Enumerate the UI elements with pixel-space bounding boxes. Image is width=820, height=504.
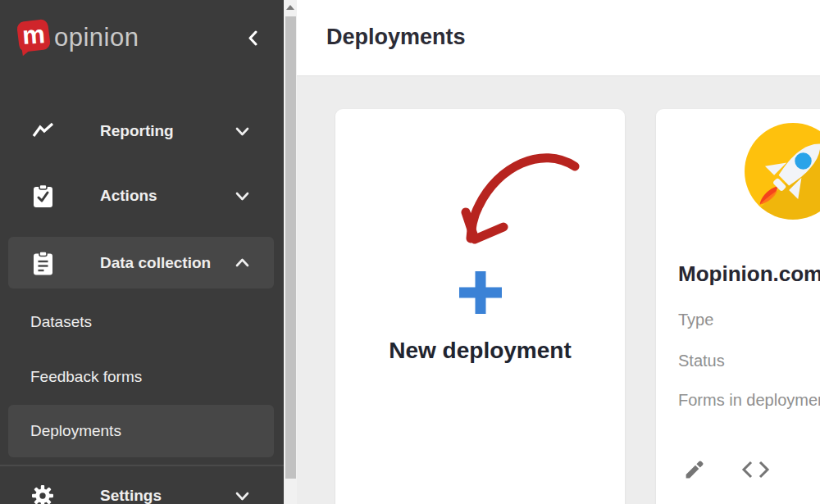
deployment-field-status: Status xyxy=(678,352,725,370)
embed-code-icon xyxy=(741,461,770,479)
logo-wordmark: opinion xyxy=(54,23,139,52)
mopinion-logo-icon: m xyxy=(16,19,52,57)
sidebar-item-label: Settings xyxy=(100,487,162,504)
scroll-up-button[interactable] xyxy=(284,0,297,14)
sidebar-item-feedback-forms[interactable]: Feedback forms xyxy=(0,361,284,393)
sidebar-item-datasets[interactable]: Datasets xyxy=(0,306,284,338)
rocket-icon xyxy=(745,123,820,220)
sidebar-item-label: Reporting xyxy=(100,122,174,140)
trend-line-icon xyxy=(31,122,54,140)
clipboard-list-icon xyxy=(31,251,54,275)
sidebar-collapse-button[interactable] xyxy=(248,30,257,46)
deployment-cards: New deployment xyxy=(335,109,820,504)
sidebar-item-actions[interactable]: Actions xyxy=(0,174,284,218)
new-deployment-card[interactable]: New deployment xyxy=(335,109,625,504)
chevron-up-icon xyxy=(235,258,249,267)
gear-icon xyxy=(31,485,54,504)
sidebar-item-label: Deployments xyxy=(30,422,121,440)
triangle-up-icon xyxy=(286,5,294,10)
sidebar: m opinion Reporting Actions xyxy=(0,0,284,504)
sidebar-item-data-collection[interactable]: Data collection xyxy=(8,237,274,288)
new-deployment-label: New deployment xyxy=(389,338,571,364)
sidebar-item-label: Data collection xyxy=(100,254,211,272)
rocket-avatar xyxy=(745,123,820,220)
logo-letter: m xyxy=(17,18,51,53)
embed-code-button[interactable] xyxy=(741,461,770,479)
sidebar-item-label: Actions xyxy=(100,187,157,205)
deployment-field-forms: Forms in deployment xyxy=(678,391,820,410)
deployment-actions xyxy=(683,456,770,482)
scrollbar-thumb[interactable] xyxy=(285,16,296,479)
edit-deployment-button[interactable] xyxy=(683,456,707,482)
chevron-left-icon xyxy=(248,30,257,46)
logo-row: m opinion xyxy=(16,16,257,59)
deployment-name: Mopinion.com xyxy=(678,261,820,287)
content-area: New deployment xyxy=(297,76,820,504)
page-title: Deployments xyxy=(326,25,466,50)
sidebar-item-deployments[interactable]: Deployments xyxy=(8,405,274,457)
sidebar-item-reporting[interactable]: Reporting xyxy=(0,109,284,153)
vertical-scrollbar[interactable] xyxy=(284,0,297,504)
plus-icon xyxy=(458,270,503,315)
chevron-down-icon xyxy=(235,192,249,201)
sidebar-divider xyxy=(0,465,284,466)
deployment-card[interactable]: Mopinion.com Type Status Forms in deploy… xyxy=(656,109,820,504)
chevron-down-icon xyxy=(235,492,249,501)
sidebar-item-label: Feedback forms xyxy=(30,368,142,386)
clipboard-check-icon xyxy=(31,184,54,208)
main-header: Deployments xyxy=(297,0,820,76)
edit-pencil-icon xyxy=(683,456,707,482)
chevron-down-icon xyxy=(235,127,249,136)
deployment-field-type: Type xyxy=(678,311,713,329)
sidebar-item-settings[interactable]: Settings xyxy=(0,474,284,504)
sidebar-item-label: Datasets xyxy=(30,313,92,331)
